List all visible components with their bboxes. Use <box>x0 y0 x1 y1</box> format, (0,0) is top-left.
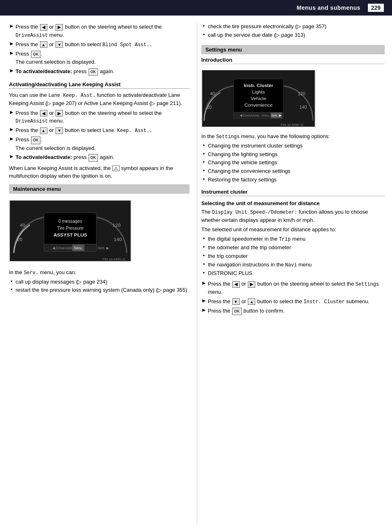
left-btn-2: ◀ <box>40 110 47 116</box>
ok-btn-1: OK <box>31 51 40 58</box>
arrow-text-3: Press OK. The current selection is displ… <box>16 50 96 66</box>
applies-bullet-3: • the trip computer <box>201 253 385 260</box>
svg-text:ASSYST PLUS: ASSYST PLUS <box>53 232 87 237</box>
left-btn-3: ◀ <box>232 281 240 288</box>
settings-bullet-dot-1: • <box>203 142 208 150</box>
settings-bullet-4: • Changing the convenience settings <box>201 168 385 175</box>
ok-btn-4: OK <box>89 154 98 162</box>
lane-arrow-icon-3: ► <box>9 136 16 152</box>
svg-text:Vehicle: Vehicle <box>251 96 267 101</box>
maint-bullet-1: • call up display messages (▷ page 234) <box>9 278 189 286</box>
section-title: Menus and submenus <box>297 4 361 11</box>
driveassist-block: ► Press the ◀ or ▶ button on the steerin… <box>9 23 189 76</box>
unit-measure-intro: The Display Unit Speed-/Odometer: functi… <box>201 208 385 224</box>
lane-arrow-icon-2: ► <box>9 126 16 134</box>
svg-text:Tire Pressure: Tire Pressure <box>57 226 84 230</box>
down-btn-1: ▼ <box>56 41 63 48</box>
applies-bullet-4: • the navigation instructions in the Nav… <box>201 261 385 269</box>
lane-arrow-item-3: ► Press OK. The current selection is dis… <box>9 136 189 152</box>
svg-text:Seru.: Seru. <box>262 114 270 117</box>
arrow-icon-1: ► <box>9 23 16 39</box>
arrow-text-4: To activate/deactivate: press OK again. <box>16 67 114 76</box>
unit-step-3: ► Press the OK button to confirm. <box>201 307 385 315</box>
down-btn-2: ▼ <box>56 127 63 134</box>
ok-btn-5: OK <box>232 308 242 315</box>
bullet-text-2: restart the tire pressure loss warning s… <box>16 286 187 294</box>
svg-text:P54.32-6456-31: P54.32-6456-31 <box>281 123 303 127</box>
up-btn-3: ▲ <box>248 298 255 305</box>
settings-bullet-2: • Changing the lighting settings <box>201 151 385 159</box>
svg-text:Convenience: Convenience <box>245 102 273 107</box>
right-bullet-1: • check the tire pressure electronically… <box>201 23 385 31</box>
svg-text:◀ DriveAssist: ◀ DriveAssist <box>52 246 74 250</box>
settings-intro-text: In the Settings menu, you have the follo… <box>201 132 385 141</box>
svg-text:120: 120 <box>113 222 121 228</box>
svg-text:Sett. ▶: Sett. ▶ <box>271 114 281 117</box>
left-btn-1: ◀ <box>40 24 47 31</box>
svg-text:20: 20 <box>17 236 23 242</box>
applies-text-2: the odometer and the trip odometer <box>208 244 291 252</box>
right-bullet-text-2: call up the service due date (▷ page 313… <box>208 31 305 39</box>
svg-text:◀ DriveAssist: ◀ DriveAssist <box>240 114 259 117</box>
applies-text-4: the navigation instructions in the Navi … <box>208 261 312 269</box>
unit-steps: ► Press the ◀ or ▶ button on the steerin… <box>201 280 385 315</box>
svg-text:20: 20 <box>207 104 212 109</box>
maint-bullet-2: • restart the tire pressure loss warning… <box>9 286 189 294</box>
unit-step-2: ► Press the ▼ or ▲ button to select the … <box>201 297 385 306</box>
lane-keep-heading: Activating/deactivating Lane Keeping Ass… <box>9 81 189 89</box>
main-content: ► Press the ◀ or ▶ button on the steerin… <box>0 16 392 532</box>
lane-keep-after: When Lane Keeping Assist is activated, t… <box>9 164 189 180</box>
arrow-icon-2: ► <box>9 40 16 49</box>
applies-dot-2: • <box>203 244 208 252</box>
unit-step-text-1: Press the ◀ or ▶ button on the steering … <box>208 280 385 296</box>
instr-cluster-heading: Instrument cluster <box>201 189 385 196</box>
up-btn-1: ▲ <box>40 41 47 48</box>
lane-arrow-text-4: To activate/deactivate: press OK again. <box>16 153 114 162</box>
right-bullet-dot-2: • <box>203 31 208 39</box>
unit-measure-text2: The selected unit of measurement for dis… <box>201 226 385 234</box>
svg-text:40: 40 <box>20 222 26 228</box>
svg-text:Sett. ▶: Sett. ▶ <box>98 246 109 250</box>
lane-keep-steps: ► Press the ◀ or ▶ button on the steerin… <box>9 109 189 162</box>
settings-bullet-text-2: Changing the lighting settings <box>208 151 278 159</box>
lane-arrow-item-4: ► To activate/deactivate: press OK again… <box>9 153 189 162</box>
applies-text-5: DISTRONIC PLUS <box>208 270 252 277</box>
applies-bullet-5: • DISTRONIC PLUS <box>201 270 385 277</box>
applies-bullet-1: • the digital speedometer in the Trip me… <box>201 235 385 243</box>
down-btn-3: ▼ <box>232 298 240 305</box>
lane-keep-intro: You can use the Lane Keep. Asst. functio… <box>9 91 189 107</box>
applies-dot-5: • <box>203 270 208 277</box>
unit-arrow-3: ► <box>201 307 208 315</box>
svg-text:140: 140 <box>300 104 307 109</box>
applies-dot-4: • <box>203 261 208 269</box>
right-btn-2: ▶ <box>56 110 63 116</box>
page-number: 229 <box>368 4 384 12</box>
svg-text:Instr. Cluster: Instr. Cluster <box>244 83 274 88</box>
maintenance-dashboard-image: 20 40 120 140 0 messages Tire Pressure A… <box>9 200 131 262</box>
settings-menu-label: Settings menu <box>201 45 385 54</box>
bullet-dot-2: • <box>11 286 16 294</box>
lane-arrow-text-3: Press OK. The current selection is displ… <box>16 136 96 152</box>
arrow-text-1: Press the ◀ or ▶ button on the steering … <box>16 23 189 39</box>
arrow-item-2: ► Press the ▲ or ▼ button to select Blin… <box>9 40 189 49</box>
applies-dot-1: • <box>203 235 208 243</box>
unit-step-1: ► Press the ◀ or ▶ button on the steerin… <box>201 280 385 296</box>
settings-cluster-image: 20 40 120 140 Instr. Cluster Lights Vehi… <box>201 70 316 127</box>
settings-bullet-dot-5: • <box>203 176 208 184</box>
bullet-text-1: call up display messages (▷ page 234) <box>16 278 107 286</box>
unit-arrow-1: ► <box>201 280 208 296</box>
lane-arrow-icon-1: ► <box>9 109 16 125</box>
header-bar: Menus and submenus 229 <box>0 0 392 16</box>
settings-bullet-dot-3: • <box>203 159 208 167</box>
introduction-heading: Introduction <box>201 57 385 64</box>
settings-bullet-text-3: Changing the vehicle settings <box>208 159 277 167</box>
applies-text-3: the trip computer <box>208 253 248 260</box>
lane-arrow-icon-4: ► <box>9 153 16 162</box>
up-btn-2: ▲ <box>40 127 47 134</box>
settings-bullet-1: • Changing the instrument cluster settin… <box>201 142 385 150</box>
ok-btn-3: OK <box>31 136 40 144</box>
lane-arrow-text-1: Press the ◀ or ▶ button on the steering … <box>16 109 189 125</box>
arrow-item-3: ► Press OK. The current selection is dis… <box>9 50 189 66</box>
settings-bullet-dot-2: • <box>203 151 208 159</box>
right-bullet-dot-1: • <box>203 23 208 31</box>
